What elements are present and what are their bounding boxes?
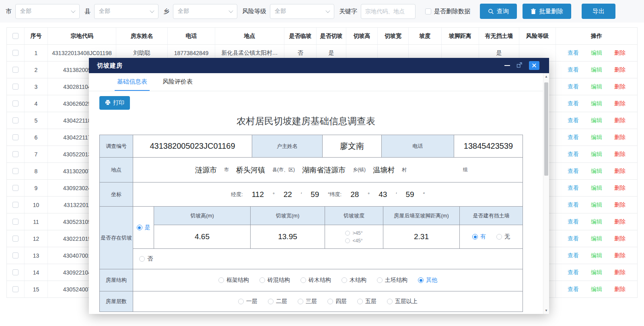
delete-link[interactable]: 删除 (614, 83, 625, 90)
radio-土坯结构[interactable]: 土坯结构 (377, 277, 407, 284)
view-link[interactable]: 查看 (568, 201, 579, 209)
view-link[interactable]: 查看 (568, 134, 579, 141)
radio-circle[interactable] (300, 277, 306, 283)
radio-有[interactable]: 有 (472, 233, 486, 240)
row-checkbox[interactable] (12, 117, 19, 123)
edit-link[interactable]: 编辑 (591, 235, 602, 242)
edit-link[interactable]: 编辑 (591, 269, 602, 276)
edit-link[interactable]: 编辑 (591, 185, 602, 192)
row-checkbox[interactable] (12, 100, 19, 107)
radio-木结构[interactable]: 木结构 (342, 277, 366, 284)
edit-link[interactable]: 编辑 (591, 66, 602, 74)
delete-link[interactable]: 删除 (614, 168, 625, 175)
radio-circle[interactable] (496, 234, 502, 240)
radio-<45°[interactable]: <45° (345, 238, 362, 244)
filter-select-县[interactable]: 全部 (94, 4, 158, 19)
view-link[interactable]: 查看 (568, 269, 579, 276)
batch-delete-button[interactable]: 批量删除 (523, 4, 571, 19)
delete-link[interactable]: 删除 (614, 201, 625, 209)
tab-risk-evaluation[interactable]: 风险评价表 (163, 78, 193, 91)
radio-砖木结构[interactable]: 砖木结构 (300, 277, 331, 284)
radio-circle[interactable] (218, 277, 224, 283)
row-checkbox[interactable] (12, 67, 19, 73)
radio-circle[interactable] (298, 299, 303, 304)
radio-circle[interactable] (345, 238, 350, 243)
view-link[interactable]: 查看 (568, 49, 579, 57)
row-checkbox[interactable] (12, 50, 19, 56)
radio-二层[interactable]: 二层 (268, 298, 287, 305)
row-checkbox[interactable] (12, 202, 19, 208)
radio-其他[interactable]: 其他 (418, 277, 437, 284)
delete-link[interactable]: 删除 (614, 218, 625, 226)
scrollbar-down-arrow[interactable]: ▼ (543, 308, 549, 314)
edit-link[interactable]: 编辑 (591, 100, 602, 107)
radio-circle[interactable] (418, 277, 424, 283)
radio-否[interactable]: 否 (139, 255, 153, 262)
radio-circle[interactable] (259, 277, 265, 283)
view-link[interactable]: 查看 (568, 252, 579, 259)
view-link[interactable]: 查看 (568, 83, 579, 90)
filter-select-风险等级[interactable]: 全部 (270, 4, 334, 19)
row-checkbox[interactable] (12, 219, 19, 225)
delete-link[interactable]: 删除 (614, 100, 625, 107)
radio-circle[interactable] (268, 299, 274, 304)
edit-link[interactable]: 编辑 (591, 117, 602, 124)
delete-link[interactable]: 删除 (614, 134, 625, 141)
radio-circle[interactable] (345, 231, 350, 236)
export-button[interactable]: 导出 (582, 4, 615, 19)
edit-link[interactable]: 编辑 (591, 83, 602, 90)
edit-link[interactable]: 编辑 (591, 134, 602, 141)
radio-circle[interactable] (327, 299, 333, 304)
edit-link[interactable]: 编辑 (591, 218, 602, 226)
radio-circle[interactable] (139, 256, 145, 262)
radio-是[interactable]: 是 (137, 224, 150, 231)
row-checkbox[interactable] (12, 134, 19, 140)
edit-link[interactable]: 编辑 (591, 252, 602, 259)
delete-link[interactable]: 删除 (614, 185, 625, 192)
radio-五层[interactable]: 五层 (357, 298, 377, 305)
delete-link[interactable]: 删除 (614, 286, 625, 293)
scrollbar-up-arrow[interactable]: ▲ (543, 74, 549, 80)
row-checkbox[interactable] (12, 236, 19, 242)
view-link[interactable]: 查看 (568, 66, 579, 74)
row-checkbox[interactable] (12, 252, 19, 258)
radio-circle[interactable] (472, 234, 478, 240)
show-deleted-toggle[interactable]: 是否删除数据 (425, 8, 470, 15)
radio-circle[interactable] (238, 299, 244, 304)
radio-四层[interactable]: 四层 (327, 298, 347, 305)
show-deleted-checkbox[interactable] (425, 8, 431, 14)
search-button[interactable]: 查询 (480, 4, 517, 19)
radio-circle[interactable] (342, 277, 347, 283)
view-link[interactable]: 查看 (568, 218, 579, 226)
view-link[interactable]: 查看 (568, 117, 579, 124)
row-checkbox[interactable] (12, 185, 19, 191)
radio-一层[interactable]: 一层 (238, 298, 257, 305)
select-all-checkbox[interactable] (12, 33, 19, 39)
view-link[interactable]: 查看 (568, 100, 579, 107)
delete-link[interactable]: 删除 (614, 117, 625, 124)
row-checkbox[interactable] (12, 269, 19, 275)
edit-link[interactable]: 编辑 (591, 168, 602, 175)
edit-link[interactable]: 编辑 (591, 49, 602, 57)
radio-circle[interactable] (357, 299, 363, 304)
radio-三层[interactable]: 三层 (298, 298, 317, 305)
close-icon[interactable] (529, 61, 539, 70)
edit-link[interactable]: 编辑 (591, 151, 602, 158)
delete-link[interactable]: 删除 (614, 151, 625, 158)
view-link[interactable]: 查看 (568, 286, 579, 293)
row-checkbox[interactable] (12, 151, 19, 157)
edit-link[interactable]: 编辑 (591, 201, 602, 209)
row-checkbox[interactable] (12, 84, 19, 90)
radio-无[interactable]: 无 (496, 233, 510, 240)
tab-basic-info[interactable]: 基础信息表 (117, 78, 147, 91)
keyword-input[interactable] (361, 4, 416, 19)
delete-link[interactable]: 删除 (614, 49, 625, 57)
filter-select-乡[interactable]: 全部 (173, 4, 237, 19)
row-checkbox[interactable] (12, 286, 19, 292)
radio->45°[interactable]: >45° (345, 230, 362, 236)
radio-五层以上[interactable]: 五层以上 (387, 298, 418, 305)
scrollbar-thumb[interactable] (544, 82, 548, 176)
row-checkbox[interactable] (12, 168, 19, 174)
delete-link[interactable]: 删除 (614, 252, 625, 259)
maximize-icon[interactable] (516, 62, 523, 70)
